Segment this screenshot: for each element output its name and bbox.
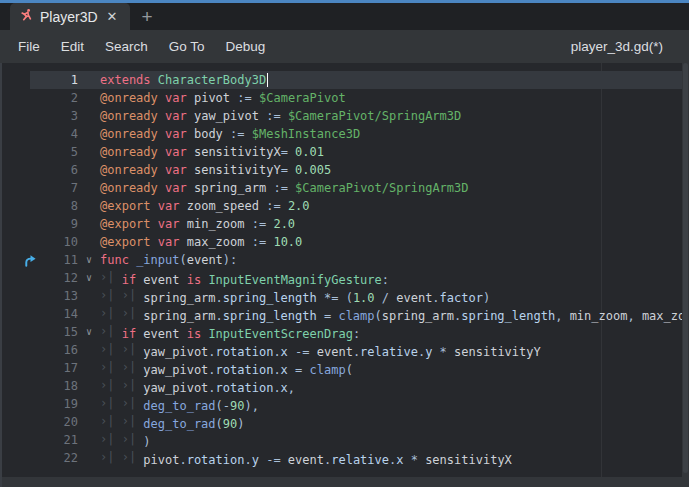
- code-line[interactable]: 7@onready var spring_arm := $CameraPivot…: [2, 179, 682, 197]
- gutter-icon-slot: [2, 287, 38, 305]
- code-line[interactable]: 5@onready var sensitivityX= 0.01: [2, 143, 682, 161]
- character-body-3d-icon: [19, 8, 33, 26]
- line-number[interactable]: 15: [38, 325, 78, 339]
- line-number[interactable]: 4: [38, 127, 78, 141]
- line-number[interactable]: 6: [38, 163, 78, 177]
- code-line[interactable]: 14›|›|spring_arm.spring_length = clamp(s…: [2, 305, 682, 323]
- line-number[interactable]: 1: [38, 73, 78, 87]
- code-line[interactable]: 20›|›|deg_to_rad(90): [2, 413, 682, 431]
- gutter-icon-slot: [2, 395, 38, 413]
- line-number[interactable]: 12: [38, 271, 78, 285]
- code-editor[interactable]: 1extends CharacterBody3D2@onready var pi…: [0, 63, 689, 487]
- code-line[interactable]: 13›|›|spring_arm.spring_length *= (1.0 /…: [2, 287, 682, 305]
- line-number[interactable]: 18: [38, 379, 78, 393]
- line-number[interactable]: 3: [38, 109, 78, 123]
- tab-indent-glyph: ›|: [100, 324, 122, 338]
- gutter-icon-slot: [2, 125, 38, 143]
- line-number[interactable]: 14: [38, 307, 78, 321]
- fold-arrow-icon[interactable]: ∨: [78, 323, 100, 341]
- line-number[interactable]: 22: [38, 451, 78, 465]
- code-text[interactable]: @onready var pivot := $CameraPivot: [100, 91, 346, 105]
- horizontal-scrollbar[interactable]: [2, 477, 689, 487]
- line-number[interactable]: 9: [38, 217, 78, 231]
- scene-tab-bar: Player3D ✕ +: [0, 3, 689, 30]
- code-line[interactable]: 4@onready var body := $MeshInstance3D: [2, 125, 682, 143]
- menu-edit[interactable]: Edit: [61, 39, 84, 54]
- gutter-icon-slot: [2, 107, 38, 125]
- tab-indent-glyph: ›|: [122, 378, 144, 392]
- code-text[interactable]: @onready var body := $MeshInstance3D: [100, 127, 360, 141]
- line-number[interactable]: 2: [38, 91, 78, 105]
- code-line[interactable]: 16›|›|yaw_pivot.rotation.x -= event.rela…: [2, 341, 682, 359]
- code-text[interactable]: ›|›|pivot.rotation.y -= event.relative.x…: [100, 450, 512, 467]
- code-text[interactable]: @onready var sensitivityY= 0.005: [100, 163, 331, 177]
- line-number[interactable]: 11: [38, 253, 78, 267]
- code-line[interactable]: 2@onready var pivot := $CameraPivot: [2, 89, 682, 107]
- code-text[interactable]: @export var min_zoom := 2.0: [100, 217, 295, 231]
- gutter-icon-slot: [2, 197, 38, 215]
- menu-go-to[interactable]: Go To: [169, 39, 205, 54]
- code-text[interactable]: @onready var yaw_pivot := $CameraPivot/S…: [100, 109, 461, 123]
- code-text[interactable]: @export var max_zoom := 10.0: [100, 235, 302, 249]
- code-line[interactable]: 3@onready var yaw_pivot := $CameraPivot/…: [2, 107, 682, 125]
- code-line[interactable]: 6@onready var sensitivityY= 0.005: [2, 161, 682, 179]
- gutter-icon-slot: [2, 143, 38, 161]
- line-number[interactable]: 21: [38, 433, 78, 447]
- code-text[interactable]: @export var zoom_speed := 2.0: [100, 199, 310, 213]
- method-override-icon: [2, 251, 38, 269]
- line-number[interactable]: 19: [38, 397, 78, 411]
- gutter-icon-slot: [2, 413, 38, 431]
- tab-indent-glyph: ›|: [100, 270, 122, 284]
- code-text[interactable]: ›|›|deg_to_rad(90): [100, 414, 244, 431]
- code-line[interactable]: 12∨›|if event is InputEventMagnifyGestur…: [2, 269, 682, 287]
- code-text[interactable]: ›|›|yaw_pivot.rotation.x -= event.relati…: [100, 342, 541, 359]
- fold-arrow-icon[interactable]: ∨: [78, 269, 100, 287]
- code-text[interactable]: ›|if event is InputEventScreenDrag:: [100, 324, 360, 341]
- code-text[interactable]: ›|if event is InputEventMagnifyGesture:: [100, 270, 389, 287]
- vertical-scrollbar-grabber[interactable]: [683, 63, 688, 473]
- code-line[interactable]: 8@export var zoom_speed := 2.0: [2, 197, 682, 215]
- line-number[interactable]: 20: [38, 415, 78, 429]
- code-line[interactable]: 19›|›|deg_to_rad(-90),: [2, 395, 682, 413]
- tab-indent-glyph: ›|: [100, 378, 122, 392]
- new-tab-button[interactable]: +: [142, 7, 153, 26]
- code-text[interactable]: ›|›|): [100, 432, 151, 449]
- close-tab-icon[interactable]: ✕: [105, 9, 120, 24]
- code-text[interactable]: ›|›|yaw_pivot.rotation.x = clamp(: [100, 360, 353, 377]
- vertical-scrollbar[interactable]: [682, 63, 689, 487]
- code-text[interactable]: ›|›|spring_arm.spring_length = clamp(spr…: [100, 306, 689, 323]
- code-text[interactable]: ›|›|spring_arm.spring_length *= (1.0 / e…: [100, 288, 490, 305]
- code-line[interactable]: 9@export var min_zoom := 2.0: [2, 215, 682, 233]
- code-text[interactable]: @onready var spring_arm := $CameraPivot/…: [100, 181, 469, 195]
- code-text[interactable]: ›|›|deg_to_rad(-90),: [100, 396, 259, 413]
- line-number[interactable]: 7: [38, 181, 78, 195]
- code-line[interactable]: 1extends CharacterBody3D: [2, 71, 682, 89]
- code-line[interactable]: 15∨›|if event is InputEventScreenDrag:: [2, 323, 682, 341]
- menu-debug[interactable]: Debug: [226, 39, 266, 54]
- line-number[interactable]: 16: [38, 343, 78, 357]
- line-number[interactable]: 10: [38, 235, 78, 249]
- tab-indent-glyph: ›|: [100, 414, 122, 428]
- code-text[interactable]: @onready var sensitivityX= 0.01: [100, 145, 324, 159]
- menu-search[interactable]: Search: [105, 39, 148, 54]
- line-number[interactable]: 8: [38, 199, 78, 213]
- tab-indent-glyph: ›|: [122, 306, 144, 320]
- code-text[interactable]: extends CharacterBody3D: [100, 73, 268, 88]
- tab-player3d[interactable]: Player3D ✕: [10, 3, 130, 30]
- code-line[interactable]: 21›|›|): [2, 431, 682, 449]
- line-number[interactable]: 5: [38, 145, 78, 159]
- code-line[interactable]: 10@export var max_zoom := 10.0: [2, 233, 682, 251]
- code-line[interactable]: 18›|›|yaw_pivot.rotation.x,: [2, 377, 682, 395]
- line-number[interactable]: 17: [38, 361, 78, 375]
- tab-label: Player3D: [40, 9, 98, 25]
- menu-items: FileEditSearchGo ToDebug: [18, 39, 265, 54]
- code-line[interactable]: 22›|›|pivot.rotation.y -= event.relative…: [2, 449, 682, 467]
- code-text[interactable]: ›|›|yaw_pivot.rotation.x,: [100, 378, 295, 395]
- gutter-icon-slot: [2, 179, 38, 197]
- code-text[interactable]: func _input(event):: [100, 253, 237, 267]
- line-number[interactable]: 13: [38, 289, 78, 303]
- code-line[interactable]: 11∨func _input(event):: [2, 251, 682, 269]
- code-line[interactable]: 17›|›|yaw_pivot.rotation.x = clamp(: [2, 359, 682, 377]
- menu-file[interactable]: File: [18, 39, 40, 54]
- fold-arrow-icon[interactable]: ∨: [78, 251, 100, 269]
